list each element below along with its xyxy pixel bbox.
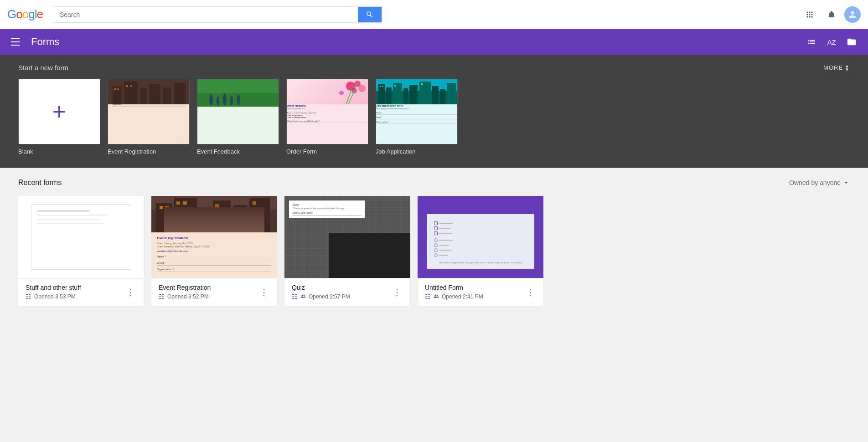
- templates-row: + Blank: [18, 79, 850, 155]
- recent-info-left-stuff: Stuff and other stuff ☷ Opened 3:53 PM: [26, 284, 125, 300]
- svg-rect-6: [174, 83, 186, 104]
- folder-button[interactable]: [842, 33, 861, 51]
- recent-info-left-event-reg: Event Registration ☷ Opened 3:52 PM: [159, 284, 258, 300]
- svg-rect-36: [380, 86, 381, 87]
- recent-info-untitled: Untitled Form ☷ Opened 2:41 PM ⋮: [418, 278, 543, 306]
- event-feedback-thumb-inner: Event feedback Thank you for joining us!…: [197, 79, 279, 144]
- form-icon-stuff: ☷: [26, 293, 31, 300]
- svg-rect-8: [117, 88, 119, 90]
- svg-rect-35: [447, 83, 456, 104]
- template-event-registration-thumb: Event registration Event Timing, January…: [108, 79, 190, 144]
- notifications-button[interactable]: [822, 5, 841, 24]
- recent-card-stuff[interactable]: Stuff and other stuff ☷ Opened 3:53 PM ⋮: [18, 196, 144, 306]
- quiz-form-overlay: Quiz *To save progress for later questio…: [289, 200, 365, 218]
- order-form-header-img: [287, 79, 368, 104]
- svg-rect-27: [378, 84, 385, 104]
- recent-info-event-reg: Event Registration ☷ Opened 3:52 PM ⋮: [151, 278, 277, 306]
- more-options-quiz[interactable]: ⋮: [391, 285, 403, 299]
- svg-rect-9: [126, 85, 128, 87]
- recent-meta-event-reg: ☷ Opened 3:52 PM: [159, 293, 258, 300]
- user-avatar-button[interactable]: [844, 6, 861, 23]
- plus-icon: +: [52, 100, 66, 123]
- svg-rect-34: [440, 89, 445, 104]
- recent-thumb-untitled: Your content will appear based on Google…: [418, 196, 543, 278]
- recent-form-name-stuff: Stuff and other stuff: [26, 284, 125, 291]
- shared-icon-quiz: [300, 293, 306, 300]
- recent-thumb-event-reg: Event registration Event Timing, January…: [151, 196, 277, 278]
- svg-point-16: [230, 96, 233, 106]
- menu-line-3: [11, 45, 20, 46]
- template-order-form-label: Order Form: [286, 148, 368, 155]
- quiz-texture: Quiz *To save progress for later questio…: [284, 196, 410, 278]
- recent-card-event-reg[interactable]: Event registration Event Timing, January…: [151, 196, 277, 306]
- recent-info-left-untitled: Untitled Form ☷ Opened 2:41 PM: [425, 284, 524, 300]
- template-event-feedback-label: Event Feedback: [197, 148, 279, 155]
- svg-rect-4: [149, 84, 160, 104]
- svg-rect-47: [249, 198, 270, 232]
- sort-button[interactable]: AZ: [822, 33, 841, 51]
- form-icon-untitled: ☷: [425, 293, 431, 300]
- svg-rect-44: [199, 207, 211, 232]
- owned-filter-button[interactable]: Owned by anyone: [789, 179, 850, 186]
- template-blank[interactable]: + Blank: [18, 79, 100, 155]
- more-options-untitled[interactable]: ⋮: [524, 285, 536, 299]
- svg-rect-50: [176, 201, 180, 205]
- apps-button[interactable]: [801, 5, 819, 24]
- recent-forms-title: Recent forms: [18, 179, 62, 187]
- chevron-down-icon: [842, 179, 850, 186]
- quiz-dark-panel: [329, 233, 410, 278]
- event-reg-building: [151, 196, 277, 232]
- recent-forms-header: Recent forms Owned by anyone: [18, 179, 850, 187]
- svg-rect-7: [114, 88, 116, 90]
- recent-meta-stuff: ☷ Opened 3:53 PM: [26, 293, 125, 300]
- menu-line-1: [11, 38, 20, 39]
- search-input[interactable]: [54, 7, 358, 22]
- svg-rect-30: [403, 88, 408, 104]
- list-view-button[interactable]: [802, 33, 821, 51]
- svg-rect-42: [156, 203, 172, 232]
- recent-opened-stuff: Opened 3:53 PM: [34, 293, 76, 300]
- template-event-feedback[interactable]: Event feedback Thank you for joining us!…: [197, 79, 279, 155]
- svg-rect-53: [253, 201, 256, 205]
- chevron-updown-icon: ▲ ▼: [845, 64, 850, 72]
- recent-opened-event-reg: Opened 3:52 PM: [167, 293, 209, 300]
- search-button[interactable]: [358, 7, 382, 22]
- recent-info-left-quiz: Quiz ☷ Opened 2:57 PM: [292, 284, 391, 300]
- more-options-stuff[interactable]: ⋮: [125, 285, 137, 299]
- recent-form-name-untitled: Untitled Form: [425, 284, 524, 291]
- svg-rect-3: [140, 88, 147, 104]
- google-logo: Google: [7, 7, 43, 21]
- template-order-form[interactable]: Order Request Please complete the form..…: [286, 79, 368, 155]
- recent-card-quiz[interactable]: Quiz *To save progress for later questio…: [284, 196, 410, 306]
- menu-button[interactable]: [7, 35, 24, 49]
- event-reg-card-inner: Event registration Event Timing, January…: [151, 196, 277, 278]
- recent-opened-quiz: Opened 2:57 PM: [309, 293, 350, 300]
- more-button[interactable]: MORE ▲ ▼: [823, 64, 850, 72]
- sort-icon: AZ: [827, 38, 836, 46]
- svg-point-24: [339, 91, 344, 95]
- template-job-application[interactable]: Job application form We're glad you're i…: [376, 79, 458, 155]
- order-form-content: Order Request Please complete the form..…: [287, 104, 368, 123]
- form-icon-quiz: ☷: [292, 293, 298, 300]
- svg-point-21: [358, 85, 366, 92]
- menu-line-2: [11, 41, 20, 42]
- recent-card-untitled[interactable]: Your content will appear based on Google…: [418, 196, 543, 306]
- nav-title: Forms: [31, 36, 59, 48]
- svg-rect-41: [151, 210, 277, 232]
- svg-rect-37: [382, 86, 383, 87]
- template-event-registration[interactable]: Event registration Event Timing, January…: [108, 79, 190, 155]
- recent-form-name-event-reg: Event Registration: [159, 284, 258, 291]
- template-job-application-label: Job Application: [376, 148, 458, 155]
- svg-rect-51: [183, 201, 187, 205]
- grass-overlay: [197, 79, 279, 107]
- blank-thumb-inner: +: [19, 79, 100, 144]
- svg-rect-39: [421, 83, 423, 85]
- untitled-card-inner: Your content will appear based on Google…: [418, 196, 543, 278]
- nav-right-icons: AZ: [802, 33, 861, 51]
- more-options-event-reg[interactable]: ⋮: [258, 285, 270, 299]
- top-right-icons: [801, 5, 861, 24]
- recent-thumb-quiz: Quiz *To save progress for later questio…: [284, 196, 410, 278]
- svg-rect-31: [409, 85, 418, 104]
- job-app-header-img: [376, 79, 457, 104]
- svg-point-14: [217, 97, 219, 106]
